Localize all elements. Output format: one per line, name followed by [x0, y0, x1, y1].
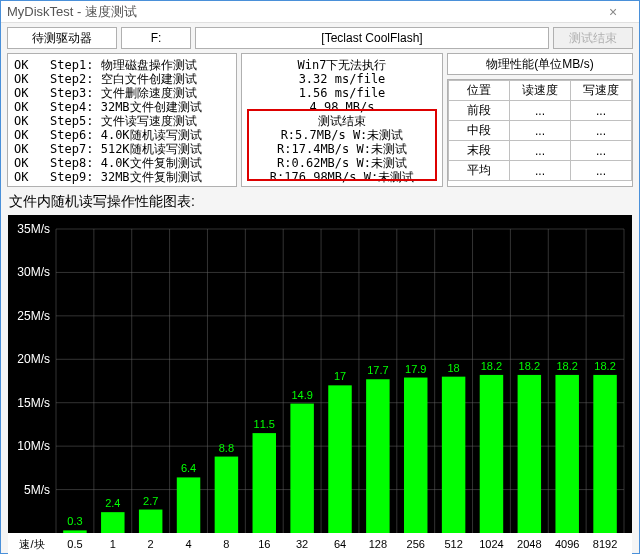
steps-panel: OK Step1: 物理磁盘操作测试OK Step2: 空白文件创建测试OK S… — [7, 53, 237, 187]
perf-col-header: 位置 — [449, 81, 510, 101]
step-line: OK Step3: 文件删除速度测试 — [14, 86, 230, 100]
performance-header: 物理性能(单位MB/s) — [447, 53, 633, 75]
svg-text:17.7: 17.7 — [367, 364, 388, 376]
svg-text:2.4: 2.4 — [105, 497, 120, 509]
svg-text:20M/s: 20M/s — [17, 352, 50, 366]
svg-text:35M/s: 35M/s — [17, 222, 50, 236]
svg-text:17: 17 — [334, 370, 346, 382]
perf-cell: ... — [510, 121, 571, 141]
svg-text:10M/s: 10M/s — [17, 439, 50, 453]
perf-cell: ... — [571, 161, 632, 181]
svg-rect-16 — [63, 530, 86, 533]
step-line: OK Step6: 4.0K随机读写测试 — [14, 128, 230, 142]
step-line: OK Step9: 32MB文件复制测试 — [14, 170, 230, 184]
device-name-field: [Teclast CoolFlash] — [195, 27, 549, 49]
svg-text:17.9: 17.9 — [405, 363, 426, 375]
svg-text:18: 18 — [447, 362, 459, 374]
svg-text:18.2: 18.2 — [594, 360, 615, 372]
performance-column: 物理性能(单位MB/s) 位置读速度写速度前段......中段......末段.… — [447, 53, 633, 187]
svg-text:18.2: 18.2 — [481, 360, 502, 372]
result-line: 4.98 MB/s — [248, 100, 436, 114]
perf-cell: ... — [571, 141, 632, 161]
svg-rect-68 — [555, 375, 578, 533]
chart-title: 文件内随机读写操作性能图表: — [9, 193, 633, 211]
perf-col-header: 写速度 — [571, 81, 632, 101]
perf-cell: ... — [510, 141, 571, 161]
perf-cell: 平均 — [449, 161, 510, 181]
svg-text:25M/s: 25M/s — [17, 309, 50, 323]
svg-text:8: 8 — [223, 538, 229, 550]
svg-rect-52 — [404, 378, 427, 533]
perf-cell: ... — [510, 101, 571, 121]
result-line: 1.56 ms/file — [248, 86, 436, 100]
step-line: OK Step4: 32MB文件创建测试 — [14, 100, 230, 114]
top-controls: 待测驱动器 F: [Teclast CoolFlash] 测试结束 — [7, 27, 633, 49]
svg-text:256: 256 — [407, 538, 425, 550]
svg-rect-28 — [177, 477, 200, 533]
results-panel: Win7下无法执行3.32 ms/file1.56 ms/file4.98 MB… — [241, 53, 443, 187]
wait-drive-label: 待测驱动器 — [7, 27, 117, 49]
svg-rect-24 — [139, 510, 162, 533]
mid-panels: OK Step1: 物理磁盘操作测试OK Step2: 空白文件创建测试OK S… — [7, 53, 633, 187]
svg-rect-40 — [290, 404, 313, 533]
result-line: R:5.7MB/s W:未测试 — [248, 128, 436, 142]
result-line: R:176.98MB/s W:未测试 — [248, 170, 436, 184]
svg-text:14.9: 14.9 — [291, 389, 312, 401]
perf-cell: 前段 — [449, 101, 510, 121]
svg-rect-32 — [215, 457, 238, 533]
window-title: MyDiskTest - 速度测试 — [7, 3, 137, 21]
step-line: OK Step5: 文件读写速度测试 — [14, 114, 230, 128]
app-window: MyDiskTest - 速度测试 × 待测驱动器 F: [Teclast Co… — [0, 0, 640, 554]
svg-text:1: 1 — [110, 538, 116, 550]
perf-cell: 末段 — [449, 141, 510, 161]
svg-rect-44 — [328, 385, 351, 533]
svg-text:11.5: 11.5 — [254, 418, 275, 430]
svg-text:4: 4 — [185, 538, 191, 550]
svg-text:速/块: 速/块 — [19, 538, 44, 550]
svg-text:15M/s: 15M/s — [17, 396, 50, 410]
svg-rect-36 — [253, 433, 276, 533]
result-line: 测试结束 — [248, 114, 436, 128]
svg-text:0.3: 0.3 — [67, 515, 82, 527]
svg-text:8192: 8192 — [593, 538, 617, 550]
svg-text:64: 64 — [334, 538, 346, 550]
svg-text:18.2: 18.2 — [519, 360, 540, 372]
step-line: OK Step7: 512K随机读写测试 — [14, 142, 230, 156]
svg-text:1024: 1024 — [479, 538, 503, 550]
result-line: R:0.62MB/s W:未测试 — [248, 156, 436, 170]
svg-text:2048: 2048 — [517, 538, 541, 550]
bar-chart: 5M/s10M/s15M/s20M/s25M/s30M/s35M/s速/块0.3… — [8, 215, 632, 554]
content-area: 待测驱动器 F: [Teclast CoolFlash] 测试结束 OK Ste… — [1, 23, 639, 554]
performance-table: 位置读速度写速度前段......中段......末段......平均...... — [447, 79, 633, 187]
test-end-button[interactable]: 测试结束 — [553, 27, 633, 49]
svg-text:8.8: 8.8 — [219, 442, 234, 454]
svg-text:128: 128 — [369, 538, 387, 550]
perf-col-header: 读速度 — [510, 81, 571, 101]
svg-rect-72 — [593, 375, 616, 533]
svg-text:16: 16 — [258, 538, 270, 550]
drive-letter-field[interactable]: F: — [121, 27, 191, 49]
svg-text:512: 512 — [444, 538, 462, 550]
svg-text:32: 32 — [296, 538, 308, 550]
svg-text:30M/s: 30M/s — [17, 265, 50, 279]
perf-cell: ... — [571, 101, 632, 121]
svg-text:18.2: 18.2 — [556, 360, 577, 372]
svg-text:5M/s: 5M/s — [24, 483, 50, 497]
svg-rect-20 — [101, 512, 124, 533]
svg-text:2: 2 — [148, 538, 154, 550]
svg-rect-48 — [366, 379, 389, 533]
svg-text:0.5: 0.5 — [67, 538, 82, 550]
result-line: Win7下无法执行 — [248, 58, 436, 72]
step-line: OK Step2: 空白文件创建测试 — [14, 72, 230, 86]
step-line: OK Step1: 物理磁盘操作测试 — [14, 58, 230, 72]
perf-cell: 中段 — [449, 121, 510, 141]
svg-text:4096: 4096 — [555, 538, 579, 550]
perf-cell: ... — [510, 161, 571, 181]
step-line: OK Step8: 4.0K文件复制测试 — [14, 156, 230, 170]
result-line: R:17.4MB/s W:未测试 — [248, 142, 436, 156]
perf-cell: ... — [571, 121, 632, 141]
titlebar: MyDiskTest - 速度测试 × — [1, 1, 639, 23]
svg-text:6.4: 6.4 — [181, 462, 196, 474]
close-icon[interactable]: × — [593, 4, 633, 20]
svg-rect-60 — [480, 375, 503, 533]
